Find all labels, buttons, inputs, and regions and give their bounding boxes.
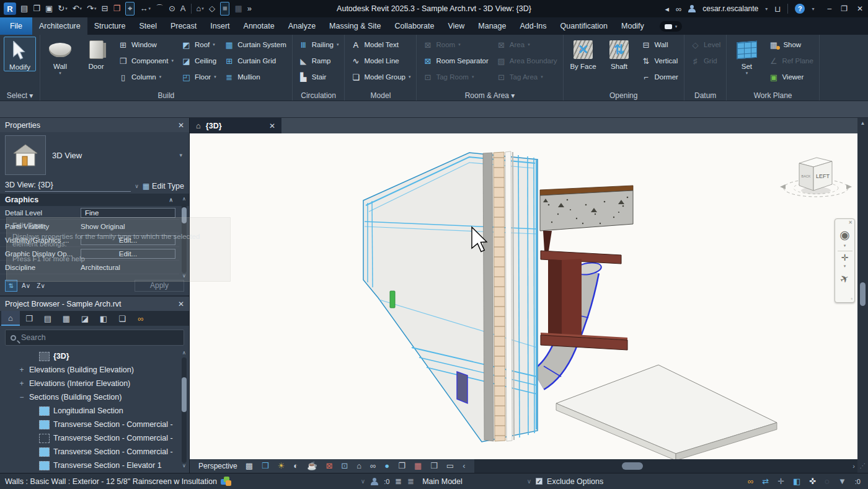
tab-steel[interactable]: Steel <box>132 17 164 35</box>
sun-path-icon[interactable]: ☀ <box>278 459 285 473</box>
tree-item-3d[interactable]: {3D} <box>0 349 179 363</box>
select-underlay-elements-icon[interactable]: ⇄ <box>762 477 769 486</box>
tree-expander-icon[interactable]: + <box>18 366 25 374</box>
wheel-menu-chevron-icon[interactable]: ▾ <box>844 243 846 248</box>
model-group-button[interactable]: ❏Model Group▾ <box>348 69 412 85</box>
panel-label-opening[interactable]: Opening <box>564 91 684 100</box>
crop-region-icon[interactable]: ⊡ <box>341 459 348 473</box>
scroll-down-icon[interactable]: ∨ <box>182 463 186 470</box>
sheets-icon[interactable]: ▦ <box>57 311 76 326</box>
concrete-slab[interactable] <box>540 186 633 231</box>
ramp-button[interactable]: ◣Ramp <box>296 53 341 69</box>
section-collapse-icon[interactable]: ∧ <box>169 197 173 203</box>
shaft-opening-button[interactable]: Shaft <box>603 37 636 70</box>
instance-selector-chevron-icon[interactable]: ∨ <box>135 183 139 189</box>
panel-label-room-area[interactable]: Room & Area ▾ <box>417 91 562 100</box>
view-tab-close-icon[interactable]: ✕ <box>269 122 275 130</box>
scroll-right-icon[interactable]: › <box>852 459 855 473</box>
canvas-horizontal-scrollbar[interactable]: › <box>474 459 857 473</box>
undo-icon[interactable]: ↶▾ <box>73 2 82 15</box>
zoom-menu-chevron-icon[interactable]: ▾ <box>844 264 846 269</box>
help-icon[interactable]: ? <box>795 4 805 14</box>
tab-precast[interactable]: Precast <box>164 17 203 35</box>
room-separator-button[interactable]: ⊠Room Separator <box>420 53 490 69</box>
detail-level-icon[interactable]: ▩ <box>246 459 253 473</box>
collapse-bar-icon[interactable]: ‹ <box>463 459 465 473</box>
roof-button-chevron-icon[interactable]: ▾ <box>213 42 215 47</box>
railing-button-chevron-icon[interactable]: ▾ <box>337 42 339 47</box>
wall-button[interactable]: Wall▾ <box>44 37 76 76</box>
navbar-close-icon[interactable]: ✕ <box>848 219 854 225</box>
default-3d-view-icon-chevron[interactable]: ▾ <box>202 2 204 15</box>
apply-button[interactable]: Apply <box>135 280 184 292</box>
tab-collaborate[interactable]: Collaborate <box>388 17 441 35</box>
sync-with-central-icon-chevron[interactable]: ▾ <box>65 2 68 15</box>
column-button[interactable]: ▯Column▾ <box>116 69 175 85</box>
close-icon[interactable]: ✕ <box>857 4 863 13</box>
redo-icon[interactable]: ↷▾ <box>87 2 96 15</box>
tab-architecture[interactable]: Architecture <box>32 17 87 35</box>
filter-icon[interactable]: ▼ <box>838 477 846 486</box>
panel-label-datum[interactable]: Datum <box>684 91 727 100</box>
redo-icon-chevron[interactable]: ▾ <box>94 2 97 15</box>
opening-by-face-button[interactable]: By Face <box>567 37 600 70</box>
editable-only-icon[interactable] <box>371 478 378 485</box>
arc-tool-icon[interactable]: ⌒ <box>156 2 164 15</box>
tree-item-transverse-section-commercial[interactable]: Transverse Section - Commercial - <box>0 418 179 431</box>
navbar-options-icon[interactable]: ◦ <box>851 296 854 302</box>
properties-close-icon[interactable]: ✕ <box>178 121 184 130</box>
search-icon[interactable]: ∞ <box>676 4 681 14</box>
property-value-input[interactable]: Fine <box>81 208 175 218</box>
column-button-chevron-icon[interactable]: ▾ <box>159 74 162 79</box>
component-button-chevron-icon[interactable]: ▾ <box>171 58 174 63</box>
instance-selector[interactable]: 3D View: {3D} <box>5 181 131 192</box>
type-selector-chevron-icon[interactable]: ▾ <box>179 152 184 158</box>
save-icon[interactable]: ▣ <box>45 2 53 15</box>
panel-label-build[interactable]: Build <box>40 91 292 100</box>
sync-with-central-icon[interactable]: ↻▾ <box>58 2 67 15</box>
workset-chevron-icon[interactable]: ∨ <box>361 478 365 485</box>
section-icon[interactable]: ◇ <box>209 2 215 15</box>
component-button[interactable]: ❒Component▾ <box>116 53 175 69</box>
revit-logo[interactable]: R <box>4 2 16 15</box>
model-line-button[interactable]: ∿Model Line <box>348 53 412 69</box>
groups-icon[interactable]: ◧ <box>94 311 113 326</box>
scroll-down-icon[interactable]: ∨ <box>182 273 186 280</box>
minimize-icon[interactable]: – <box>827 4 831 13</box>
window-button[interactable]: ⊞Window <box>116 37 175 53</box>
schedules-icon[interactable]: ▤ <box>38 311 57 326</box>
vertical-opening-button[interactable]: ⇅Vertical <box>639 53 680 69</box>
graphics-section-header[interactable]: Graphics ∧ <box>0 194 189 206</box>
edit-type-button[interactable]: ▦ Edit Type <box>143 182 184 191</box>
customize-qat-icon[interactable]: » <box>247 2 252 15</box>
view-cube[interactable]: BACK LEFT <box>780 158 852 197</box>
workset-list-icon[interactable]: ≣ <box>407 477 414 486</box>
door-button[interactable]: Door <box>80 37 112 70</box>
property-edit-button[interactable]: Edit... <box>81 235 175 245</box>
ceiling-button[interactable]: ◪Ceiling <box>179 53 218 69</box>
resize-grip[interactable]: ⋰ <box>857 459 868 473</box>
aligned-dimension-icon-chevron[interactable]: ▾ <box>148 2 151 15</box>
model-canvas[interactable]: BACK LEFT ✕ ◉ ▾ ✛ ▾ ✈ <box>190 133 857 459</box>
full-navigation-wheel-icon[interactable]: ✈ <box>838 271 851 287</box>
scrollbar-thumb[interactable] <box>860 282 866 306</box>
select-links-icon[interactable]: ∞ <box>748 477 753 486</box>
link-icon[interactable]: ∞ <box>131 311 150 326</box>
transfer-standards-icon[interactable]: ❐ <box>113 2 120 15</box>
record-chevron-icon[interactable]: ▾ <box>675 24 678 29</box>
tab-file[interactable]: File <box>0 17 32 35</box>
stair-button[interactable]: ▙Stair <box>296 69 341 85</box>
canvas-vertical-scrollbar[interactable]: ▲ <box>857 118 868 459</box>
user-menu-chevron-icon[interactable]: ▾ <box>765 6 768 12</box>
undo-icon-chevron[interactable]: ▾ <box>80 2 82 15</box>
3d-model-view[interactable]: BACK LEFT <box>190 133 857 459</box>
tab-view[interactable]: View <box>441 17 471 35</box>
floor-button-chevron-icon[interactable]: ▾ <box>214 74 216 79</box>
selected-wall[interactable] <box>363 151 538 442</box>
tab-manage[interactable]: Manage <box>471 17 513 35</box>
project-browser-close-icon[interactable]: ✕ <box>178 300 184 308</box>
open-icon[interactable]: ❐ <box>33 2 40 15</box>
panel-label-model[interactable]: Model <box>345 91 416 100</box>
curtain-grid-button[interactable]: ⊞Curtain Grid <box>222 53 288 69</box>
tree-item-elevations-building-elevation[interactable]: +Elevations (Building Elevation) <box>0 363 179 377</box>
